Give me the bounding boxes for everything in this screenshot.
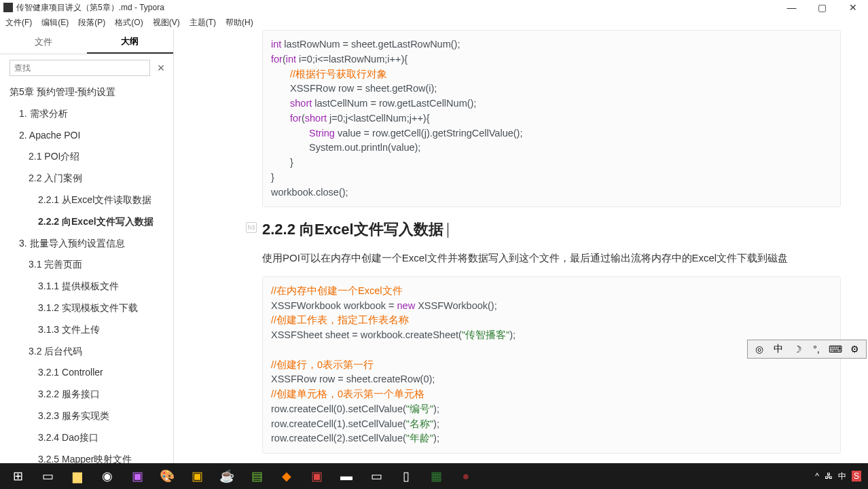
- close-button[interactable]: ✕: [837, 0, 868, 15]
- outline-item[interactable]: 3.2.3 服务实现类: [10, 405, 169, 427]
- paragraph[interactable]: 使用POI可以在内存中创建一个Excel文件并将数据写入到这个文件，最后通过输出…: [262, 249, 841, 267]
- outline-item[interactable]: 3.1.3 文件上传: [10, 319, 169, 341]
- window-title: 传智健康项目讲义（第5章）.md - Typora: [16, 2, 164, 14]
- outline-item[interactable]: 3. 批量导入预约设置信息: [10, 233, 169, 255]
- ime-keyboard-icon[interactable]: ⌨: [828, 342, 843, 357]
- outline-item[interactable]: 2.1 POI介绍: [10, 146, 169, 168]
- outline-item[interactable]: 3.2 后台代码: [10, 341, 169, 363]
- menu-format[interactable]: 格式(O): [115, 17, 143, 29]
- outline-item[interactable]: 1. 需求分析: [10, 103, 169, 125]
- outline-tree[interactable]: 第5章 预约管理-预约设置 1. 需求分析 2. Apache POI 2.1 …: [0, 82, 173, 463]
- outline-item[interactable]: 2. Apache POI: [10, 125, 169, 147]
- search-input[interactable]: [10, 60, 150, 76]
- heading-marker-icon: h3: [246, 222, 257, 233]
- editor-content[interactable]: int lastRowNum = sheet.getLastRowNum(); …: [174, 30, 868, 463]
- menu-theme[interactable]: 主题(T): [189, 17, 216, 29]
- outline-item[interactable]: 3.2.5 Mapper映射文件: [10, 449, 169, 463]
- minimize-button[interactable]: —: [776, 0, 807, 15]
- ime-toolbar[interactable]: ◎ 中 ☽ °, ⌨ ⚙: [747, 340, 867, 359]
- menu-file[interactable]: 文件(F): [5, 17, 32, 29]
- ime-gear-icon[interactable]: ⚙: [847, 342, 862, 357]
- menu-paragraph[interactable]: 段落(P): [78, 17, 105, 29]
- outline-item[interactable]: 3.2.1 Controller: [10, 362, 169, 384]
- outline-item[interactable]: 3.1.2 实现模板文件下载: [10, 297, 169, 319]
- outline-item[interactable]: 3.1.1 提供模板文件: [10, 276, 169, 297]
- outline-item[interactable]: 3.2.4 Dao接口: [10, 427, 169, 449]
- tab-outline[interactable]: 大纲: [87, 30, 174, 54]
- maximize-button[interactable]: ▢: [807, 0, 837, 15]
- ime-globe-icon[interactable]: ◎: [752, 342, 767, 357]
- tab-file[interactable]: 文件: [0, 30, 87, 54]
- menubar: 文件(F) 编辑(E) 段落(P) 格式(O) 视图(V) 主题(T) 帮助(H…: [0, 15, 868, 30]
- outline-item[interactable]: 2.2.1 从Excel文件读取数据: [10, 189, 169, 211]
- code-block-write[interactable]: //在内存中创建一个Excel文件 XSSFWorkbook workbook …: [262, 276, 841, 454]
- outline-item[interactable]: 3.2.2 服务接口: [10, 384, 169, 405]
- ime-lang[interactable]: 中: [771, 342, 786, 357]
- menu-view[interactable]: 视图(V): [153, 17, 180, 29]
- ime-moon-icon[interactable]: ☽: [790, 342, 805, 357]
- menu-help[interactable]: 帮助(H): [225, 17, 253, 29]
- ime-punct-icon[interactable]: °,: [809, 342, 824, 357]
- code-block-read[interactable]: int lastRowNum = sheet.getLastRowNum(); …: [262, 30, 841, 207]
- heading-2-2-2[interactable]: h3 2.2.2 向Excel文件写入数据: [262, 219, 841, 240]
- sidebar: 文件 大纲 × 第5章 预约管理-预约设置 1. 需求分析 2. Apache …: [0, 30, 174, 463]
- search-clear-icon[interactable]: ×: [154, 61, 168, 75]
- menu-edit[interactable]: 编辑(E): [41, 17, 69, 29]
- outline-item-active[interactable]: 2.2.2 向Excel文件写入数据: [10, 211, 169, 233]
- titlebar: 传智健康项目讲义（第5章）.md - Typora — ▢ ✕: [0, 0, 868, 15]
- outline-item[interactable]: 3.1 完善页面: [10, 254, 169, 276]
- outline-item[interactable]: 2.2 入门案例: [10, 168, 169, 189]
- outline-item[interactable]: 第5章 预约管理-预约设置: [10, 82, 169, 103]
- app-icon: [3, 3, 13, 12]
